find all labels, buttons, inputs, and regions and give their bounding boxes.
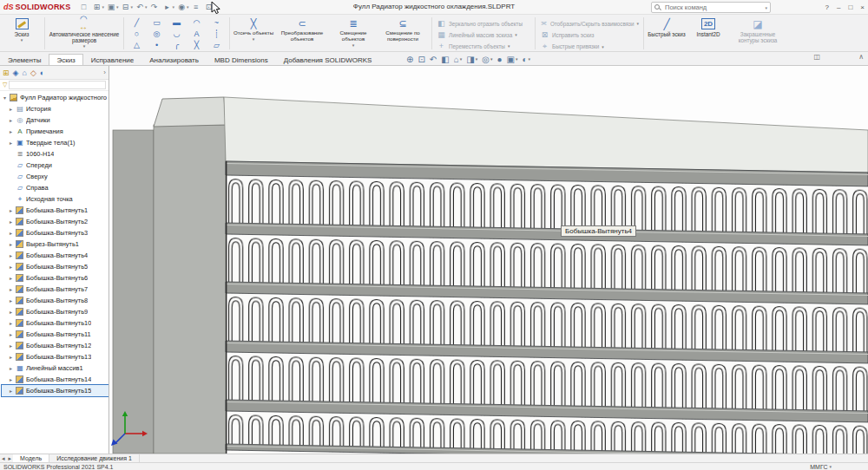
solidworks-logo[interactable]: dS SOLIDWORKS — [0, 3, 78, 11]
repair-sketch-button[interactable]: ⊠Исправить эскиз — [538, 30, 641, 39]
dropdown-arrow-icon[interactable]: ▾ — [21, 38, 23, 42]
fillet-tool-icon[interactable]: ╭ — [167, 39, 187, 50]
search-dropdown-icon[interactable]: ▾ — [765, 5, 767, 10]
tree-item-бобышка-вытянуть7[interactable]: ▸Бобышка-Вытянуть7 — [2, 284, 108, 295]
dropdown-arrow-icon[interactable]: ▾ — [515, 32, 517, 37]
dropdown-arrow-icon[interactable]: ▾ — [187, 4, 189, 10]
apply-scene-button[interactable]: ▣▾ — [506, 55, 517, 64]
move-entities-button[interactable]: +Переместить объекты▾ — [435, 42, 532, 50]
expand-arrow-icon[interactable]: ▸ — [8, 275, 14, 281]
displaymanager-tab[interactable]: ◐ — [40, 69, 44, 77]
line-tool-icon[interactable]: ╱ — [127, 16, 147, 28]
tree-filter-input[interactable] — [9, 81, 106, 89]
units-selector[interactable]: ММГС ▾ — [810, 464, 832, 470]
tree-item-бобышка-вытянуть14[interactable]: ▸Бобышка-Вытянуть14 — [2, 374, 108, 385]
configurationmanager-tab[interactable]: ⌂ — [22, 69, 26, 77]
tab-mbd-dimensions[interactable]: MBD Dimensions — [207, 54, 276, 65]
maximize-button[interactable]: □ — [848, 3, 852, 11]
centerline-tool-icon[interactable]: ┊ — [207, 28, 227, 39]
display-pane-icon[interactable]: ◫ — [814, 53, 821, 61]
trim-small-tool-icon[interactable]: ╳ — [187, 39, 207, 50]
close-button[interactable]: × — [860, 3, 865, 11]
dropdown-arrow-icon[interactable]: ▾ — [516, 56, 518, 62]
rebuild-button[interactable]: ◉▾ — [175, 1, 189, 14]
view-settings-button[interactable]: ◐▾ — [522, 55, 530, 64]
linear-sketch-pattern-button[interactable]: ▦Линейный массив эскиза▾ — [435, 30, 532, 39]
expand-arrow-icon[interactable]: ▸ — [8, 309, 14, 315]
rapid-sketch-button[interactable]: ╱Быстрый эскиз — [647, 16, 687, 51]
tangent-arc-tool-icon[interactable]: ◡ — [167, 28, 187, 39]
tree-item-бобышка-вытянуть12[interactable]: ▸Бобышка-Вытянуть12 — [2, 340, 108, 351]
save-button[interactable]: ▣▾ — [105, 1, 119, 14]
tree-item-спереди[interactable]: ▱Спереди — [2, 160, 108, 171]
options-button[interactable]: ⊡▾ — [203, 1, 217, 14]
dropdown-arrow-icon[interactable]: ▾ — [460, 56, 463, 62]
tree-item-бобышка-вытянуть9[interactable]: ▸Бобышка-Вытянуть9 — [2, 306, 108, 317]
offset-entities-button[interactable]: ≣Смещение объектов▾ — [330, 16, 377, 51]
tree-item-бобышка-вытянуть10[interactable]: ▸Бобышка-Вытянуть10 — [2, 317, 108, 329]
dropdown-arrow-icon[interactable]: ▾ — [253, 36, 255, 42]
collapse-ribbon-icon[interactable]: ∧ — [858, 53, 864, 61]
expand-arrow-icon[interactable]: ▸ — [8, 388, 14, 394]
ellipse-tool-icon[interactable]: ◎ — [147, 28, 167, 39]
surface-offset-button[interactable]: ⊆Смещение по поверхности — [377, 16, 429, 51]
file-properties-button[interactable]: ≡ — [190, 1, 202, 14]
display-delete-relations-button[interactable]: ≍Отобразить/Скрыть взаимосвязи▾ — [538, 19, 641, 28]
expand-arrow-icon[interactable]: ▸ — [8, 365, 14, 371]
tab-элементы[interactable]: Элементы — [0, 54, 49, 65]
dropdown-arrow-icon[interactable]: ▾ — [102, 4, 105, 10]
expand-arrow-icon[interactable]: ▸ — [8, 320, 14, 326]
instant2d-button[interactable]: 2DInstant2D — [687, 16, 730, 51]
spline-tool-icon[interactable]: ~ — [207, 16, 227, 28]
tab-эскиз[interactable]: Эскиз — [49, 54, 82, 65]
section-view-button[interactable]: ◧ — [441, 55, 449, 64]
expand-arrow-icon[interactable]: ▸ — [8, 106, 14, 112]
expand-arrow-icon[interactable]: ▸ — [8, 241, 14, 247]
expand-arrow-icon[interactable]: ▸ — [8, 343, 14, 349]
expand-arrow-icon[interactable]: ▸ — [8, 140, 14, 146]
text-tool-icon[interactable]: A — [187, 28, 207, 39]
manager-tabs-overflow-icon[interactable]: › — [103, 69, 106, 76]
point-tool-icon[interactable]: • — [147, 39, 167, 50]
print-button[interactable]: ⊟▾ — [120, 1, 134, 14]
undo-button[interactable]: ↶▾ — [134, 1, 148, 14]
tree-item-бобышка-вытянуть8[interactable]: ▸Бобышка-Вытянуть8 — [2, 295, 108, 306]
view-orientation-button[interactable]: ⌂▾ — [454, 55, 463, 64]
tree-item-линейный массив1[interactable]: ▸▦Линейный массив1 — [2, 362, 108, 374]
bottom-tab-исследование-движения-1[interactable]: Исследование движения 1 — [49, 454, 140, 462]
dropdown-arrow-icon[interactable]: ▾ — [352, 42, 355, 48]
dropdown-arrow-icon[interactable]: ▾ — [214, 4, 217, 10]
bottom-tab-модель[interactable]: Модель — [13, 454, 49, 462]
expand-arrow-icon[interactable]: ▸ — [8, 264, 14, 270]
tree-root-item[interactable]: ▾ Фулл Радиатор жидкостного охлажде — [2, 92, 108, 103]
expand-arrow-icon[interactable]: ▸ — [8, 354, 14, 360]
expand-arrow-icon[interactable]: ▸ — [8, 376, 14, 382]
tree-item-1060-h14[interactable]: ≣1060-H14 — [2, 148, 108, 160]
expand-arrow-icon[interactable]: ▸ — [8, 207, 14, 213]
mirror-entities-button[interactable]: ◧Зеркально отразить объекты — [435, 19, 532, 28]
expand-arrow-icon[interactable]: ▸ — [8, 286, 14, 292]
tab-анализировать[interactable]: Анализировать — [141, 54, 207, 65]
minimize-button[interactable]: – — [837, 3, 840, 11]
edit-appearance-button[interactable]: ● — [496, 55, 502, 64]
dropdown-arrow-icon[interactable]: ▾ — [528, 56, 530, 62]
tree-item-бобышка-вытянуть11[interactable]: ▸Бобышка-Вытянуть11 — [2, 329, 108, 340]
tree-item-бобышка-вытянуть5[interactable]: ▸Бобышка-Вытянуть5 — [2, 261, 108, 272]
dropdown-arrow-icon[interactable]: ▾ — [490, 56, 493, 62]
filter-funnel-icon[interactable]: ▽ — [3, 82, 7, 88]
motion-nav-left-icon[interactable]: ◂ — [0, 455, 7, 461]
tree-item-бобышка-вытянуть2[interactable]: ▸Бобышка-Вытянуть2 — [2, 216, 108, 227]
tree-item-исходная точка[interactable]: ⌖Исходная точка — [2, 193, 108, 205]
redo-button[interactable]: ↷ — [148, 1, 161, 14]
rectangle-tool-icon[interactable]: ▭ — [147, 16, 167, 28]
tree-item-бобышка-вытянуть4[interactable]: ▸Бобышка-Вытянуть4 — [2, 250, 108, 261]
open-document-button[interactable]: ⊞▾ — [91, 1, 105, 14]
sketch-button[interactable]: Эскиз ▾ — [2, 16, 42, 51]
dropdown-arrow-icon[interactable]: ▾ — [173, 4, 175, 10]
tree-item-бобышка-вытянуть1[interactable]: ▸Бобышка-Вытянуть1 — [2, 205, 108, 216]
convert-entities-button[interactable]: ⊂Преобразование объектов — [274, 16, 330, 51]
zoom-area-button[interactable]: ⊡ — [418, 55, 424, 64]
collapse-arrow-icon[interactable]: ▾ — [2, 95, 8, 101]
construction-geometry-icon[interactable]: ▱ — [207, 39, 227, 50]
dropdown-arrow-icon[interactable]: ▾ — [83, 44, 86, 48]
